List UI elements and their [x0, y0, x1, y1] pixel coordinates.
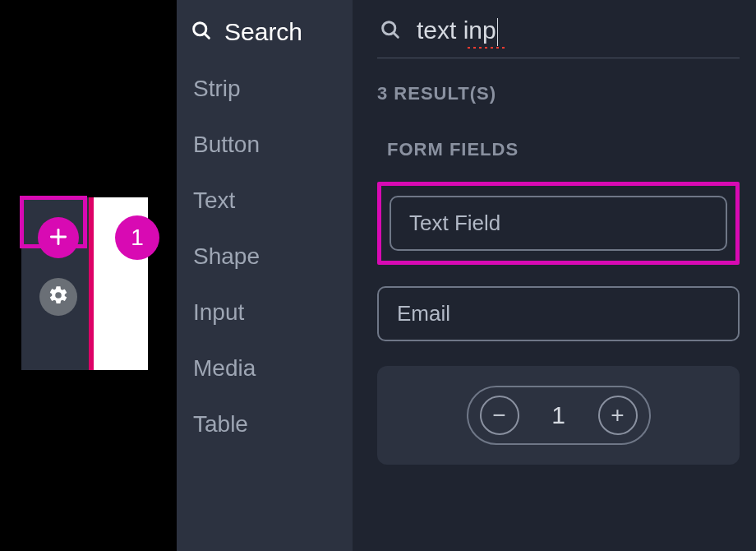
search-row: text inp	[377, 12, 740, 58]
result-label: Email	[397, 301, 450, 326]
plus-icon: +	[611, 402, 624, 428]
category-item-input[interactable]: Input	[177, 285, 353, 340]
number-stepper: − 1 +	[467, 386, 651, 445]
left-gutter: 1	[0, 0, 177, 551]
category-item-text[interactable]: Text	[177, 173, 353, 229]
text-cursor	[497, 18, 498, 46]
result-email-row: Email	[377, 286, 740, 341]
results-count: 3 RESULT(S)	[377, 83, 740, 104]
mini-panel: 1	[21, 197, 148, 370]
gear-icon	[48, 285, 69, 309]
results-panel: text inp 3 RESULT(S) FORM FIELDS Text Fi…	[356, 0, 756, 551]
stepper-decrement[interactable]: −	[480, 396, 519, 435]
category-search-label: Search	[224, 18, 302, 46]
category-item-button[interactable]: Button	[177, 117, 353, 173]
stepper-value: 1	[551, 401, 567, 429]
category-panel: Search Strip Button Text Shape Input Med…	[177, 0, 356, 551]
search-icon	[190, 19, 213, 45]
result-label: Text Field	[409, 211, 500, 235]
spellcheck-underline	[466, 46, 507, 49]
add-button[interactable]	[38, 217, 79, 258]
svg-line-5	[394, 33, 399, 38]
category-item-shape[interactable]: Shape	[177, 229, 353, 285]
category-item-table[interactable]: Table	[177, 396, 353, 452]
category-item-strip[interactable]: Strip	[177, 61, 353, 117]
category-search[interactable]: Search	[177, 12, 353, 61]
section-label-form-fields: FORM FIELDS	[387, 139, 740, 160]
result-email[interactable]: Email	[377, 286, 740, 341]
stepper-increment[interactable]: +	[598, 396, 638, 435]
plus-icon	[48, 224, 69, 252]
category-item-media[interactable]: Media	[177, 340, 353, 396]
search-input-value: text inp	[417, 16, 496, 44]
step-badge-label: 1	[131, 225, 144, 251]
result-text-field[interactable]: Text Field	[390, 196, 727, 251]
settings-button[interactable]	[39, 278, 77, 316]
search-input[interactable]: text inp	[417, 16, 498, 46]
mini-panel-divider	[89, 197, 94, 370]
result-number-stepper[interactable]: − 1 +	[377, 366, 740, 465]
result-text-field-highlight: Text Field	[377, 182, 740, 265]
search-icon	[379, 18, 402, 44]
svg-line-3	[205, 34, 210, 39]
minus-icon: −	[492, 402, 505, 428]
step-badge: 1	[115, 215, 159, 260]
